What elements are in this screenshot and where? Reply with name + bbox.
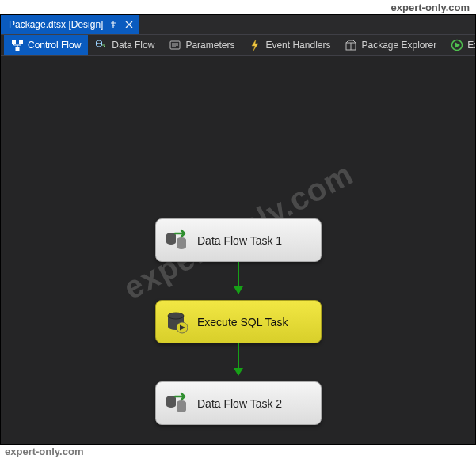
tab-label: Package Explorer bbox=[361, 40, 436, 51]
execution-results-icon bbox=[451, 39, 463, 51]
document-tabstrip: Package.dtsx [Design] bbox=[1, 15, 475, 34]
event-handlers-icon bbox=[249, 39, 261, 51]
svg-rect-2 bbox=[16, 47, 20, 51]
task-data-flow-2[interactable]: Data Flow Task 2 bbox=[155, 381, 322, 425]
pin-icon[interactable] bbox=[108, 19, 119, 30]
tab-label: Execution Resul bbox=[467, 40, 475, 51]
task-label: Data Flow Task 1 bbox=[197, 234, 282, 247]
tab-event-handlers[interactable]: Event Handlers bbox=[242, 35, 337, 55]
task-label: Execute SQL Task bbox=[197, 316, 288, 328]
connector-arrow[interactable] bbox=[238, 343, 239, 375]
connector-arrow[interactable] bbox=[238, 262, 239, 294]
task-data-flow-1[interactable]: Data Flow Task 1 bbox=[155, 218, 322, 262]
control-flow-icon bbox=[11, 39, 24, 51]
tab-label: Control Flow bbox=[28, 40, 81, 51]
task-label: Data Flow Task 2 bbox=[197, 397, 282, 410]
svg-point-3 bbox=[97, 40, 102, 44]
parameters-icon bbox=[169, 39, 181, 51]
data-flow-task-icon bbox=[164, 391, 189, 416]
package-explorer-icon bbox=[345, 39, 357, 51]
tab-control-flow[interactable]: Control Flow bbox=[4, 35, 88, 55]
tab-label: Event Handlers bbox=[265, 40, 330, 51]
tab-parameters[interactable]: Parameters bbox=[162, 35, 242, 55]
svg-rect-0 bbox=[12, 40, 16, 44]
execute-sql-icon bbox=[164, 309, 189, 335]
svg-rect-1 bbox=[19, 40, 23, 44]
tab-label: Parameters bbox=[185, 40, 234, 51]
data-flow-task-icon bbox=[164, 228, 189, 253]
watermark-bottom: expert-only.com bbox=[5, 446, 83, 457]
document-tab[interactable]: Package.dtsx [Design] bbox=[1, 15, 139, 34]
task-execute-sql[interactable]: Execute SQL Task bbox=[155, 300, 322, 343]
design-canvas[interactable]: expert-only.com Data Flow Task 1 bbox=[1, 56, 475, 444]
tab-data-flow[interactable]: Data Flow bbox=[88, 35, 162, 55]
close-icon[interactable] bbox=[124, 19, 135, 30]
data-flow-icon bbox=[95, 39, 108, 51]
document-tab-label: Package.dtsx [Design] bbox=[9, 19, 103, 30]
tab-package-explorer[interactable]: Package Explorer bbox=[337, 35, 444, 55]
app-window: Package.dtsx [Design] Control Flow Data … bbox=[0, 14, 476, 445]
tab-label: Data Flow bbox=[112, 40, 154, 51]
designer-toolbar: Control Flow Data Flow Parameters Event … bbox=[1, 34, 475, 56]
watermark-top: expert-only.com bbox=[391, 2, 470, 13]
tab-execution-results[interactable]: Execution Resul bbox=[444, 35, 475, 55]
